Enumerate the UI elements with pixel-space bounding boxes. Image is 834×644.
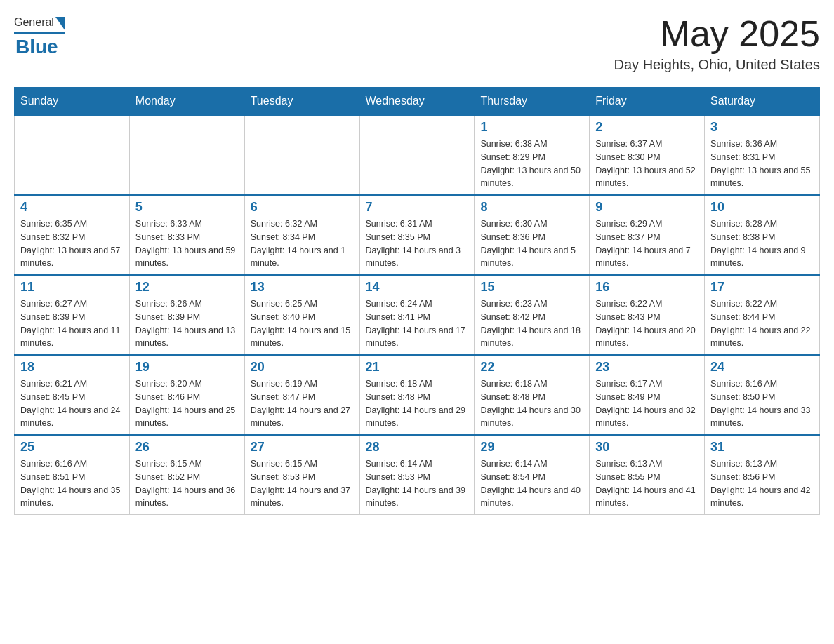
day-info: Sunrise: 6:18 AM Sunset: 8:48 PM Dayligh… <box>480 377 583 430</box>
day-number: 30 <box>595 440 699 455</box>
calendar-cell: 27Sunrise: 6:15 AM Sunset: 8:53 PM Dayli… <box>244 435 359 515</box>
calendar-cell: 26Sunrise: 6:15 AM Sunset: 8:52 PM Dayli… <box>129 435 244 515</box>
calendar-table: SundayMondayTuesdayWednesdayThursdayFrid… <box>14 87 820 515</box>
column-header-thursday: Thursday <box>475 88 590 116</box>
day-number: 6 <box>251 200 354 215</box>
day-number: 9 <box>595 200 699 215</box>
calendar-week-row: 4Sunrise: 6:35 AM Sunset: 8:32 PM Daylig… <box>15 195 820 275</box>
logo-general-text: General <box>14 16 54 29</box>
day-info: Sunrise: 6:14 AM Sunset: 8:54 PM Dayligh… <box>480 457 583 510</box>
calendar-cell: 5Sunrise: 6:33 AM Sunset: 8:33 PM Daylig… <box>129 195 244 275</box>
day-info: Sunrise: 6:16 AM Sunset: 8:50 PM Dayligh… <box>710 377 814 430</box>
day-info: Sunrise: 6:27 AM Sunset: 8:39 PM Dayligh… <box>20 297 124 350</box>
day-info: Sunrise: 6:33 AM Sunset: 8:33 PM Dayligh… <box>135 217 239 270</box>
column-header-friday: Friday <box>590 88 705 116</box>
calendar-cell: 4Sunrise: 6:35 AM Sunset: 8:32 PM Daylig… <box>15 195 130 275</box>
logo-divider <box>14 32 65 34</box>
column-header-saturday: Saturday <box>705 88 820 116</box>
day-number: 10 <box>710 200 814 215</box>
calendar-cell: 15Sunrise: 6:23 AM Sunset: 8:42 PM Dayli… <box>475 275 590 355</box>
calendar-cell <box>15 115 130 195</box>
logo: General Blue <box>14 14 65 58</box>
location-subtitle: Day Heights, Ohio, United States <box>614 57 820 73</box>
day-info: Sunrise: 6:25 AM Sunset: 8:40 PM Dayligh… <box>251 297 354 350</box>
day-info: Sunrise: 6:15 AM Sunset: 8:53 PM Dayligh… <box>251 457 354 510</box>
day-number: 29 <box>480 440 583 455</box>
day-info: Sunrise: 6:30 AM Sunset: 8:36 PM Dayligh… <box>480 217 583 270</box>
calendar-cell: 14Sunrise: 6:24 AM Sunset: 8:41 PM Dayli… <box>359 275 475 355</box>
day-number: 27 <box>251 440 354 455</box>
calendar-cell: 8Sunrise: 6:30 AM Sunset: 8:36 PM Daylig… <box>475 195 590 275</box>
calendar-cell: 22Sunrise: 6:18 AM Sunset: 8:48 PM Dayli… <box>475 355 590 435</box>
day-info: Sunrise: 6:15 AM Sunset: 8:52 PM Dayligh… <box>135 457 239 510</box>
day-number: 1 <box>480 120 583 135</box>
calendar-cell: 24Sunrise: 6:16 AM Sunset: 8:50 PM Dayli… <box>705 355 820 435</box>
column-header-sunday: Sunday <box>15 88 130 116</box>
calendar-week-row: 18Sunrise: 6:21 AM Sunset: 8:45 PM Dayli… <box>15 355 820 435</box>
calendar-cell: 20Sunrise: 6:19 AM Sunset: 8:47 PM Dayli… <box>244 355 359 435</box>
calendar-cell: 1Sunrise: 6:38 AM Sunset: 8:29 PM Daylig… <box>475 115 590 195</box>
day-number: 22 <box>480 360 583 375</box>
calendar-cell <box>359 115 475 195</box>
day-info: Sunrise: 6:23 AM Sunset: 8:42 PM Dayligh… <box>480 297 583 350</box>
day-info: Sunrise: 6:22 AM Sunset: 8:43 PM Dayligh… <box>595 297 699 350</box>
calendar-cell <box>244 115 359 195</box>
day-number: 20 <box>251 360 354 375</box>
column-header-monday: Monday <box>129 88 244 116</box>
calendar-cell: 28Sunrise: 6:14 AM Sunset: 8:53 PM Dayli… <box>359 435 475 515</box>
calendar-cell: 6Sunrise: 6:32 AM Sunset: 8:34 PM Daylig… <box>244 195 359 275</box>
day-info: Sunrise: 6:31 AM Sunset: 8:35 PM Dayligh… <box>366 217 469 270</box>
calendar-week-row: 1Sunrise: 6:38 AM Sunset: 8:29 PM Daylig… <box>15 115 820 195</box>
day-number: 18 <box>20 360 124 375</box>
day-number: 5 <box>135 200 239 215</box>
day-number: 11 <box>20 280 124 295</box>
logo-blue-text: Blue <box>15 36 58 58</box>
day-number: 13 <box>251 280 354 295</box>
calendar-cell: 7Sunrise: 6:31 AM Sunset: 8:35 PM Daylig… <box>359 195 475 275</box>
day-info: Sunrise: 6:17 AM Sunset: 8:49 PM Dayligh… <box>595 377 699 430</box>
calendar-cell: 13Sunrise: 6:25 AM Sunset: 8:40 PM Dayli… <box>244 275 359 355</box>
title-area: May 2025 Day Heights, Ohio, United State… <box>614 14 820 73</box>
calendar-cell: 17Sunrise: 6:22 AM Sunset: 8:44 PM Dayli… <box>705 275 820 355</box>
calendar-cell: 2Sunrise: 6:37 AM Sunset: 8:30 PM Daylig… <box>590 115 705 195</box>
month-year-title: May 2025 <box>614 14 820 54</box>
calendar-cell: 19Sunrise: 6:20 AM Sunset: 8:46 PM Dayli… <box>129 355 244 435</box>
day-number: 4 <box>20 200 124 215</box>
day-info: Sunrise: 6:36 AM Sunset: 8:31 PM Dayligh… <box>710 137 814 190</box>
day-info: Sunrise: 6:13 AM Sunset: 8:56 PM Dayligh… <box>710 457 814 510</box>
column-header-tuesday: Tuesday <box>244 88 359 116</box>
day-number: 7 <box>366 200 469 215</box>
day-info: Sunrise: 6:22 AM Sunset: 8:44 PM Dayligh… <box>710 297 814 350</box>
day-info: Sunrise: 6:35 AM Sunset: 8:32 PM Dayligh… <box>20 217 124 270</box>
day-number: 2 <box>595 120 699 135</box>
day-number: 21 <box>366 360 469 375</box>
column-header-wednesday: Wednesday <box>359 88 475 116</box>
day-number: 23 <box>595 360 699 375</box>
day-number: 24 <box>710 360 814 375</box>
day-info: Sunrise: 6:29 AM Sunset: 8:37 PM Dayligh… <box>595 217 699 270</box>
calendar-cell: 29Sunrise: 6:14 AM Sunset: 8:54 PM Dayli… <box>475 435 590 515</box>
calendar-cell: 31Sunrise: 6:13 AM Sunset: 8:56 PM Dayli… <box>705 435 820 515</box>
day-number: 16 <box>595 280 699 295</box>
calendar-cell: 10Sunrise: 6:28 AM Sunset: 8:38 PM Dayli… <box>705 195 820 275</box>
day-number: 15 <box>480 280 583 295</box>
day-info: Sunrise: 6:20 AM Sunset: 8:46 PM Dayligh… <box>135 377 239 430</box>
day-number: 28 <box>366 440 469 455</box>
calendar-cell: 25Sunrise: 6:16 AM Sunset: 8:51 PM Dayli… <box>15 435 130 515</box>
calendar-cell: 11Sunrise: 6:27 AM Sunset: 8:39 PM Dayli… <box>15 275 130 355</box>
day-info: Sunrise: 6:24 AM Sunset: 8:41 PM Dayligh… <box>366 297 469 350</box>
logo-arrow-icon <box>55 17 65 31</box>
day-number: 3 <box>710 120 814 135</box>
day-number: 26 <box>135 440 239 455</box>
day-info: Sunrise: 6:18 AM Sunset: 8:48 PM Dayligh… <box>366 377 469 430</box>
calendar-cell: 16Sunrise: 6:22 AM Sunset: 8:43 PM Dayli… <box>590 275 705 355</box>
day-info: Sunrise: 6:32 AM Sunset: 8:34 PM Dayligh… <box>251 217 354 270</box>
page-header: General Blue May 2025 Day Heights, Ohio,… <box>14 14 820 73</box>
day-number: 14 <box>366 280 469 295</box>
calendar-cell: 18Sunrise: 6:21 AM Sunset: 8:45 PM Dayli… <box>15 355 130 435</box>
day-info: Sunrise: 6:26 AM Sunset: 8:39 PM Dayligh… <box>135 297 239 350</box>
day-info: Sunrise: 6:13 AM Sunset: 8:55 PM Dayligh… <box>595 457 699 510</box>
calendar-header-row: SundayMondayTuesdayWednesdayThursdayFrid… <box>15 88 820 116</box>
calendar-cell: 30Sunrise: 6:13 AM Sunset: 8:55 PM Dayli… <box>590 435 705 515</box>
day-number: 25 <box>20 440 124 455</box>
